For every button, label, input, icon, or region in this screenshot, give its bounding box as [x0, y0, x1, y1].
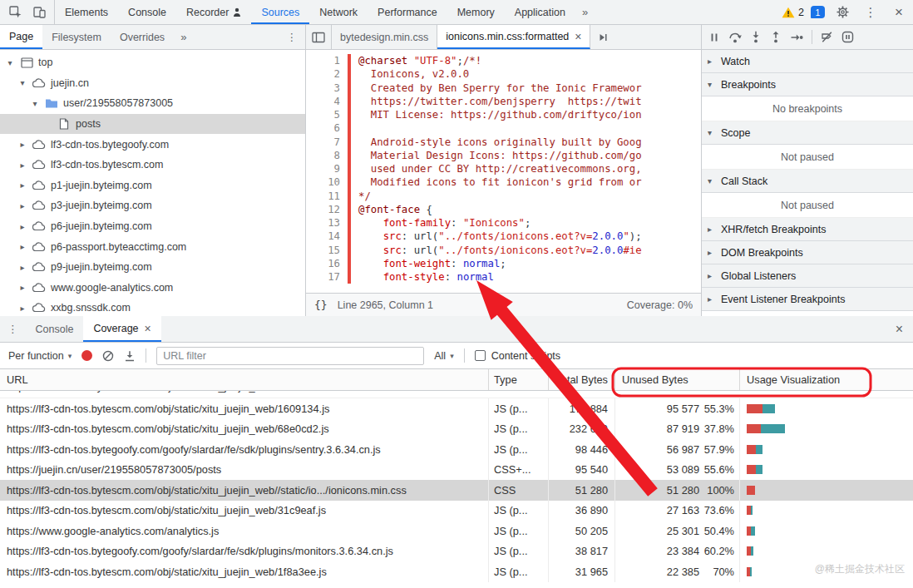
line-number[interactable]: 6	[306, 121, 348, 135]
more-panels-chevron[interactable]: »	[575, 0, 595, 24]
tree-item-xxbg-snssdk-com[interactable]: ▸xxbg.snssdk.com	[0, 298, 305, 316]
navigator-tab-page[interactable]: Page	[0, 25, 42, 49]
tree-item-p9-juejin-byteimg-com[interactable]: ▸p9-juejin.byteimg.com	[0, 257, 305, 278]
content-scripts-checkbox[interactable]	[475, 350, 486, 361]
tree-collapsed-arrow[interactable]: ▸	[17, 242, 27, 251]
device-toolbar-icon[interactable]	[28, 2, 50, 22]
close-tab-icon[interactable]: ×	[575, 30, 581, 43]
tree-collapsed-arrow[interactable]: ▸	[17, 201, 27, 210]
line-number[interactable]: 9	[306, 162, 348, 175]
column-header-total-bytes[interactable]: Total Bytes	[549, 369, 615, 390]
tab-network[interactable]: Network	[309, 0, 368, 24]
tree-collapsed-arrow[interactable]: ▸	[17, 222, 27, 231]
tree-collapsed-arrow[interactable]: ▸	[17, 180, 27, 190]
line-number[interactable]: 16	[306, 257, 348, 270]
tree-collapsed-arrow[interactable]: ▸	[17, 304, 27, 313]
code-editor[interactable]: 1@charset "UTF-8";/*!2 Ionicons, v2.0.03…	[306, 50, 701, 293]
export-icon[interactable]	[124, 350, 136, 362]
tab-performance[interactable]: Performance	[368, 0, 447, 24]
tree-collapsed-arrow[interactable]: ▸	[17, 161, 27, 170]
tab-application[interactable]: Application	[505, 0, 575, 24]
deactivate-breakpoints-icon[interactable]	[821, 31, 833, 43]
section-event-listener-breakpoints[interactable]: ▸Event Listener Breakpoints	[702, 288, 913, 311]
tree-collapsed-arrow[interactable]: ▸	[17, 263, 27, 272]
tree-expanded-arrow[interactable]: ▾	[30, 99, 40, 108]
tree-item-lf3-cdn-tos-bytegoofy-com[interactable]: ▸lf3-cdn-tos.bytegoofy.com	[0, 134, 305, 155]
section-xhr-fetch-breakpoints[interactable]: ▸XHR/fetch Breakpoints	[702, 218, 913, 241]
clipped-row[interactable]: https://lf3-cdn-tos.bytescm.com/obj/stat…	[0, 391, 913, 398]
section-breakpoints[interactable]: ▾Breakpoints	[702, 73, 913, 96]
tree-item-www-google-analytics-com[interactable]: ▸www.google-analytics.com	[0, 278, 305, 299]
editor-tab-bytedesign-min-css[interactable]: bytedesign.min.css	[332, 25, 437, 49]
coverage-row[interactable]: https://juejin.cn/user/219558057873005/p…	[0, 460, 913, 481]
step-into-icon[interactable]	[750, 31, 762, 43]
tree-item-p6-passport-byteacctimg-com[interactable]: ▸p6-passport.byteacctimg.com	[0, 236, 305, 257]
navigator-tab-filesystem[interactable]: Filesystem	[42, 25, 111, 49]
overflow-menu-icon[interactable]: ⋮	[860, 2, 881, 22]
coverage-row[interactable]: https://lf3-cdn-tos.bytescm.com/obj/stat…	[0, 501, 913, 521]
column-header-unused-bytes[interactable]: Unused Bytes	[615, 369, 740, 390]
line-number[interactable]: 5	[306, 108, 348, 121]
column-header-usage-visualization[interactable]: Usage Visualization	[740, 369, 913, 390]
stop-recording-icon[interactable]	[81, 350, 92, 361]
tree-collapsed-arrow[interactable]: ▸	[17, 283, 27, 292]
tab-sources[interactable]: Sources	[251, 0, 309, 24]
section-global-listeners[interactable]: ▸Global Listeners	[702, 264, 913, 288]
navigator-menu-icon[interactable]: ⋮	[279, 25, 306, 49]
coverage-row[interactable]: https://lf3-cdn-tos.bytegoofy.com/goofy/…	[0, 541, 913, 562]
coverage-row[interactable]: https://lf3-cdn-tos.bytescm.com/obj/stat…	[0, 398, 913, 419]
pause-on-exceptions-icon[interactable]	[841, 31, 854, 43]
line-number[interactable]: 4	[306, 95, 348, 108]
line-number[interactable]: 7	[306, 136, 348, 149]
type-filter-select[interactable]: All ▾	[434, 350, 453, 362]
drawer-tab-console[interactable]: Console	[26, 316, 84, 342]
line-number[interactable]: 14	[306, 230, 348, 243]
tree-item-top[interactable]: ▾top	[0, 52, 305, 73]
close-drawer-icon[interactable]: ×	[886, 316, 913, 342]
section-scope[interactable]: ▾Scope	[702, 121, 913, 145]
more-source-options-icon[interactable]	[590, 25, 615, 49]
line-number[interactable]: 1	[306, 54, 348, 67]
tree-item-lf3-cdn-tos-bytescm-com[interactable]: ▸lf3-cdn-tos.bytescm.com	[0, 155, 305, 175]
tree-item-juejin-cn[interactable]: ▾juejin.cn	[0, 73, 305, 94]
tree-expanded-arrow[interactable]: ▾	[5, 58, 15, 67]
line-number[interactable]: 10	[306, 175, 348, 189]
tree-item-user-219558057873005[interactable]: ▾user/219558057873005	[0, 93, 305, 114]
url-filter-input[interactable]	[156, 347, 424, 365]
coverage-row[interactable]: https://lf3-cdn-tos.bytegoofy.com/goofy/…	[0, 439, 913, 460]
drawer-tab-coverage[interactable]: Coverage×	[83, 316, 160, 342]
step-icon[interactable]	[790, 32, 803, 43]
step-over-icon[interactable]	[728, 31, 742, 43]
tab-memory[interactable]: Memory	[447, 0, 505, 24]
section-call-stack[interactable]: ▾Call Stack	[702, 170, 913, 193]
navigator-toggle-icon[interactable]	[306, 25, 332, 49]
tree-item-p1-juejin-byteimg-com[interactable]: ▸p1-juejin.byteimg.com	[0, 175, 305, 196]
navigator-tab-overrides[interactable]: Overrides	[111, 25, 174, 49]
line-number[interactable]: 3	[306, 82, 348, 95]
line-number[interactable]: 17	[306, 270, 348, 284]
line-number[interactable]: 12	[306, 203, 348, 216]
tree-item-p3-juejin-byteimg-com[interactable]: ▸p3-juejin.byteimg.com	[0, 195, 305, 216]
warnings-badge[interactable]: 2	[782, 7, 804, 18]
clear-icon[interactable]	[102, 350, 114, 362]
editor-tab-ionicons-min-css-formatted[interactable]: ionicons.min.css:formatted×	[437, 25, 590, 49]
inspect-icon[interactable]	[4, 2, 26, 22]
tree-item-p6-juejin-byteimg-com[interactable]: ▸p6-juejin.byteimg.com	[0, 216, 305, 237]
line-number[interactable]: 8	[306, 149, 348, 162]
coverage-row[interactable]: https://lf3-cdn-tos.bytescm.com/obj/stat…	[0, 561, 913, 582]
coverage-row[interactable]: https://lf3-cdn-tos.bytescm.com/obj/stat…	[0, 419, 913, 440]
step-out-icon[interactable]	[770, 31, 782, 43]
more-navigator-tabs-chevron[interactable]: »	[174, 25, 193, 49]
coverage-row[interactable]: https://lf3-cdn-tos.bytescm.com/obj/stat…	[0, 480, 913, 501]
pause-icon[interactable]	[708, 32, 720, 43]
section-watch[interactable]: ▸Watch	[702, 50, 913, 73]
coverage-scope-select[interactable]: Per function ▾	[8, 350, 72, 362]
close-tab-icon[interactable]: ×	[145, 322, 151, 335]
close-devtools-icon[interactable]: ×	[888, 2, 910, 22]
issues-icon[interactable]: 1	[811, 6, 825, 18]
tab-console[interactable]: Console	[118, 0, 176, 24]
column-header-url[interactable]: URL	[0, 369, 489, 390]
drawer-menu-icon[interactable]: ⋮	[0, 316, 26, 342]
content-scripts-label[interactable]: Content scripts	[491, 350, 560, 362]
tree-item-posts[interactable]: posts	[0, 114, 305, 135]
